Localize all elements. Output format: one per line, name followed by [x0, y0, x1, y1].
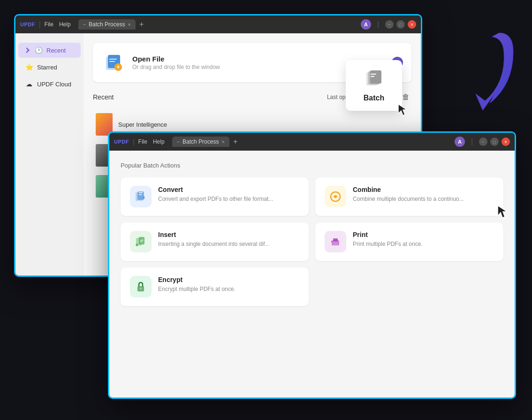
- svg-rect-14: [139, 192, 143, 193]
- insert-title: Insert: [158, 231, 269, 238]
- menu-help-2[interactable]: Help: [153, 138, 165, 145]
- batch-card-print[interactable]: Print Print multiple PDFs at once.: [315, 222, 503, 261]
- menu-file-1[interactable]: File: [45, 21, 53, 28]
- convert-text: Convert Convert and export PDFs to other…: [158, 186, 273, 203]
- window-body-2: Popular Batch Actions Conver: [109, 151, 515, 397]
- menu-help-1[interactable]: Help: [59, 21, 71, 28]
- titlebar-2: UPDF | File Help − Batch Process × + A |…: [109, 133, 515, 151]
- encrypt-title: Encrypt: [158, 276, 236, 283]
- svg-rect-21: [140, 240, 143, 241]
- print-text: Print Print multiple PDFs at once.: [353, 231, 423, 248]
- close-btn-1[interactable]: ×: [408, 20, 416, 29]
- tab-close-2[interactable]: ×: [221, 139, 224, 145]
- updf-logo-2: UPDF: [114, 139, 129, 145]
- open-file-icon: +: [102, 51, 125, 74]
- svg-rect-9: [371, 74, 376, 75]
- open-file-title: Open File: [132, 55, 220, 63]
- cloud-icon: ☁: [25, 80, 33, 88]
- combine-desc: Combine multiple documents to a continuo…: [353, 195, 464, 203]
- tab-dash-1: −: [83, 22, 86, 27]
- insert-icon: [130, 231, 152, 252]
- tab-area-1: − Batch Process × +: [78, 19, 357, 30]
- svg-rect-15: [139, 194, 142, 195]
- maximize-btn-2[interactable]: □: [490, 137, 499, 146]
- minimize-btn-1[interactable]: −: [385, 20, 394, 29]
- menu-file-2[interactable]: File: [138, 138, 147, 145]
- batch-card-insert[interactable]: Insert Inserting a single document into …: [121, 222, 309, 261]
- sep-2: |: [133, 138, 135, 145]
- combine-cursor-icon: [496, 204, 513, 222]
- minimize-btn-2[interactable]: −: [479, 137, 487, 146]
- combine-title: Combine: [353, 186, 464, 193]
- svg-rect-2: [109, 59, 117, 60]
- sidebar-item-cloud[interactable]: ☁ UPDF Cloud: [18, 76, 81, 92]
- starred-icon: ⭐: [25, 63, 33, 71]
- svg-rect-10: [371, 76, 374, 77]
- tab-label-2: Batch Process: [182, 138, 219, 145]
- open-file-text: Open File Or drag and drop file to the w…: [132, 55, 220, 70]
- svg-rect-22: [140, 242, 142, 243]
- sidebar-item-recent[interactable]: 🕐 Recent: [18, 43, 81, 58]
- svg-rect-26: [331, 241, 332, 242]
- combine-text: Combine Combine multiple documents to a …: [353, 186, 464, 203]
- arrow-decoration: [462, 28, 518, 122]
- sidebar-cloud-label: UPDF Cloud: [37, 81, 71, 88]
- svg-rect-20: [139, 237, 144, 244]
- ctrl-sep-1: |: [374, 20, 382, 29]
- insert-text: Insert Inserting a single document into …: [158, 231, 269, 248]
- maximize-btn-1[interactable]: □: [396, 20, 405, 29]
- ctrl-sep-2: |: [468, 137, 476, 146]
- svg-point-17: [334, 195, 337, 198]
- batch-card-encrypt[interactable]: Encrypt Encrypt multiple PDFs at once.: [121, 267, 309, 306]
- batch-cursor-icon: [397, 103, 411, 119]
- batch-card-convert[interactable]: Convert Convert and export PDFs to other…: [121, 177, 309, 216]
- print-desc: Print multiple PDFs at once.: [353, 240, 423, 248]
- tab-add-2[interactable]: +: [233, 137, 237, 146]
- svg-text:+: +: [116, 64, 120, 70]
- svg-rect-25: [333, 243, 338, 245]
- encrypt-icon: [130, 276, 152, 298]
- tab-label-1: Batch Process: [89, 21, 125, 28]
- sep-1: |: [39, 21, 41, 28]
- batch-grid: Convert Convert and export PDFs to other…: [121, 177, 503, 306]
- encrypt-desc: Encrypt multiple PDFs at once.: [158, 285, 236, 293]
- convert-icon: [130, 186, 152, 207]
- tab-add-1[interactable]: +: [139, 20, 144, 29]
- svg-marker-18: [498, 206, 507, 218]
- sidebar-item-starred[interactable]: ⭐ Starred: [18, 60, 81, 75]
- svg-point-28: [140, 288, 142, 290]
- svg-marker-11: [398, 104, 407, 115]
- convert-desc: Convert and export PDFs to other file fo…: [158, 195, 273, 203]
- sidebar-1: 🕐 Recent ⭐ Starred ☁ UPDF Cloud: [15, 33, 84, 275]
- combine-icon: [325, 186, 346, 207]
- sidebar-starred-label: Starred: [37, 64, 57, 71]
- file-name-1: Super Intelligence: [118, 121, 167, 128]
- avatar-1[interactable]: A: [361, 19, 371, 30]
- batch-card-combine[interactable]: Combine Combine multiple documents to a …: [315, 177, 503, 216]
- open-file-subtitle: Or drag and drop file to the window: [132, 64, 220, 70]
- close-btn-2[interactable]: ×: [502, 137, 510, 146]
- window-2: UPDF | File Help − Batch Process × + A |…: [108, 131, 516, 399]
- menu-1: File Help: [45, 21, 71, 28]
- print-title: Print: [353, 231, 423, 238]
- recent-icon: 🕐: [34, 46, 43, 54]
- avatar-2[interactable]: A: [455, 137, 465, 147]
- tab-batch-2[interactable]: − Batch Process ×: [172, 137, 229, 147]
- convert-title: Convert: [158, 186, 273, 193]
- tab-area-2: − Batch Process × +: [172, 137, 451, 147]
- menu-2: File Help: [138, 138, 165, 145]
- batch-popup-label: Batch: [364, 94, 384, 102]
- svg-rect-3: [109, 61, 115, 62]
- updf-logo-1: UPDF: [20, 22, 35, 27]
- batch-popup-icon: [364, 69, 384, 89]
- sidebar-arrow-icon: [24, 47, 29, 53]
- tab-batch-1[interactable]: − Batch Process ×: [78, 19, 136, 30]
- insert-desc: Inserting a single document into several…: [158, 240, 269, 248]
- tab-dash-2: −: [177, 139, 180, 145]
- svg-rect-24: [333, 238, 338, 241]
- window-controls-1: A | − □ ×: [361, 19, 416, 30]
- tab-close-1[interactable]: ×: [128, 22, 130, 27]
- sidebar-recent-label: Recent: [46, 47, 66, 54]
- batch-main: Popular Batch Actions Conver: [109, 151, 515, 397]
- encrypt-text: Encrypt Encrypt multiple PDFs at once.: [158, 276, 236, 293]
